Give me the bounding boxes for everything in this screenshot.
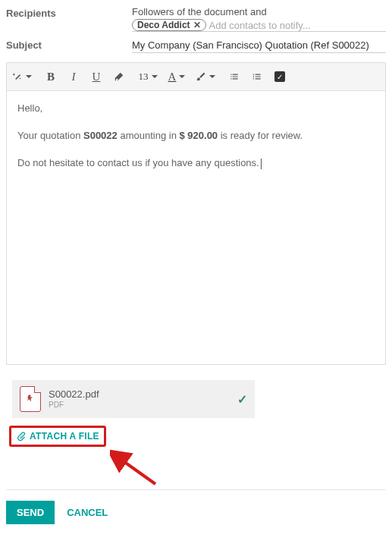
quotation-ref: S00022 — [83, 130, 118, 141]
footer-actions: SEND CANCEL — [6, 501, 386, 524]
recipients-field[interactable]: Followers of the document and Deco Addic… — [132, 6, 386, 32]
attachment-info: S00022.pdf PDF — [49, 388, 230, 410]
text-color-dropdown[interactable]: A — [166, 66, 187, 87]
footer-divider — [6, 489, 386, 490]
svg-line-0 — [121, 460, 155, 484]
recipient-chip-label: Deco Addict — [137, 20, 190, 30]
underline-button[interactable]: U — [86, 66, 107, 87]
brush-icon — [196, 71, 206, 82]
check-icon: ✓ — [237, 392, 247, 407]
unordered-list-button[interactable] — [224, 66, 245, 87]
bold-button[interactable]: B — [40, 66, 61, 87]
recipients-row: Recipients Followers of the document and… — [6, 6, 386, 32]
subject-label: Subject — [6, 38, 132, 53]
ordered-list-button[interactable] — [246, 66, 268, 87]
attachment-type: PDF — [49, 401, 230, 410]
remove-format-button[interactable] — [108, 66, 130, 87]
editor: B I U 13 A ✓ Hello, Your qu — [6, 62, 386, 365]
recipient-chip[interactable]: Deco Addict ✕ — [132, 19, 206, 31]
attach-file-highlight: ATTACH A FILE — [9, 426, 106, 447]
subject-row: Subject — [6, 38, 386, 53]
checkbox-icon: ✓ — [274, 71, 285, 82]
paperclip-icon — [16, 431, 27, 442]
close-icon[interactable]: ✕ — [193, 20, 201, 30]
pdf-file-icon — [20, 386, 41, 412]
body-line-1: Your quotation S00022 amounting in $ 920… — [17, 127, 375, 144]
recipients-placeholder[interactable]: Add contacts to notify... — [209, 20, 311, 31]
magic-wand-icon — [12, 71, 23, 82]
quotation-amount: $ 920.00 — [179, 130, 218, 141]
checklist-button[interactable]: ✓ — [269, 66, 290, 87]
attachment-card[interactable]: S00022.pdf PDF ✓ — [12, 380, 255, 418]
italic-button[interactable]: I — [63, 66, 84, 87]
list-ul-icon — [229, 71, 240, 82]
annotation-arrow-icon — [110, 446, 171, 492]
highlight-dropdown[interactable] — [195, 66, 216, 87]
list-ol-icon — [252, 71, 262, 82]
body-hello: Hello, — [17, 100, 375, 117]
attach-file-button[interactable]: ATTACH A FILE — [16, 431, 99, 442]
text-cursor — [261, 159, 262, 169]
recipients-prefix: Followers of the document and — [132, 6, 386, 17]
editor-body[interactable]: Hello, Your quotation S00022 amounting i… — [7, 91, 385, 364]
font-size-dropdown[interactable]: 13 — [137, 66, 158, 87]
recipients-label: Recipients — [6, 6, 132, 32]
eraser-icon — [114, 71, 124, 82]
send-button[interactable]: SEND — [6, 501, 55, 524]
editor-toolbar: B I U 13 A ✓ — [7, 63, 385, 91]
style-dropdown[interactable] — [11, 66, 33, 87]
attachment-name: S00022.pdf — [49, 388, 230, 401]
body-line-2: Do not hesitate to contact us if you hav… — [17, 155, 375, 171]
subject-input[interactable] — [132, 38, 386, 53]
cancel-button[interactable]: CANCEL — [67, 507, 108, 518]
attach-file-label: ATTACH A FILE — [30, 431, 99, 442]
